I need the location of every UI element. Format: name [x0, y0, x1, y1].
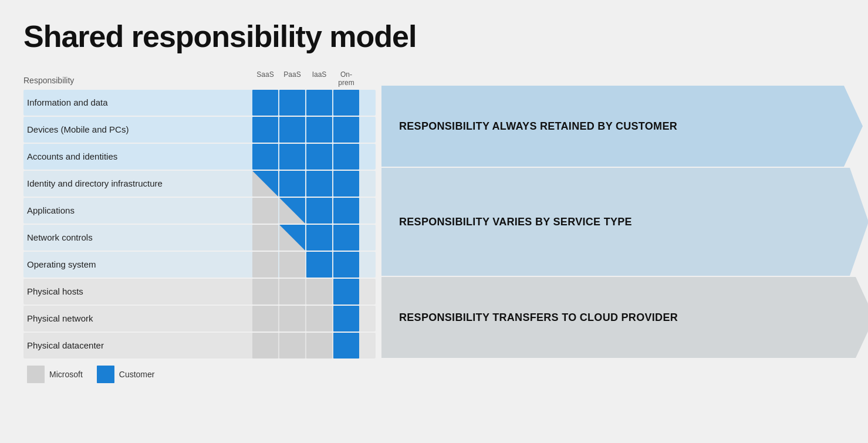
page-title: Shared responsibility model — [23, 19, 845, 54]
cell-iaas — [306, 144, 332, 170]
cell-paas — [279, 144, 305, 170]
row-label-os: Operating system — [23, 259, 252, 269]
cell-onprem — [333, 198, 359, 224]
arrow-varies-text: RESPONSIBILITY VARIES BY SERVICE TYPE — [399, 216, 632, 228]
legend: Microsoft Customer — [23, 366, 376, 383]
row-label-info-data: Information and data — [23, 97, 252, 107]
legend-item-microsoft: Microsoft — [27, 366, 83, 383]
row-label-identity-dir: Identity and directory infrastructure — [23, 178, 252, 188]
table-row: Network controls — [23, 225, 376, 251]
row-cells — [252, 252, 359, 278]
cell-iaas — [306, 252, 332, 278]
row-cells — [252, 117, 359, 143]
cell-saas — [252, 198, 278, 224]
responsibility-header: Responsibility — [23, 76, 252, 87]
row-cells — [252, 333, 359, 359]
cell-iaas — [306, 117, 332, 143]
arrow-transfers-text: RESPONSIBILITY TRANSFERS TO CLOUD PROVID… — [399, 312, 678, 324]
arrow-transfers: RESPONSIBILITY TRANSFERS TO CLOUD PROVID… — [381, 277, 868, 358]
cell-onprem — [333, 333, 359, 359]
cell-iaas — [306, 171, 332, 197]
arrow-always: RESPONSIBILITY ALWAYS RETAINED BY CUSTOM… — [381, 86, 863, 167]
cell-paas — [279, 171, 305, 197]
arrow-varies: RESPONSIBILITY VARIES BY SERVICE TYPE — [381, 168, 868, 276]
row-cells — [252, 279, 359, 305]
cell-saas-diag — [252, 171, 278, 197]
row-label-applications: Applications — [23, 205, 252, 215]
cell-onprem — [333, 144, 359, 170]
rows-wrapper: Information and data Devices (Mobile and… — [23, 90, 376, 359]
legend-item-customer: Customer — [97, 366, 155, 383]
row-label-accounts: Accounts and identities — [23, 151, 252, 161]
cell-saas — [252, 333, 278, 359]
cell-saas — [252, 144, 278, 170]
cell-iaas — [306, 333, 332, 359]
content-area: Responsibility SaaS PaaS IaaS On-prem In… — [23, 70, 845, 383]
cell-paas — [279, 252, 305, 278]
row-cells — [252, 225, 359, 251]
cell-onprem — [333, 279, 359, 305]
legend-box-microsoft — [27, 366, 45, 383]
cell-saas — [252, 306, 278, 332]
row-cells — [252, 306, 359, 332]
cell-iaas — [306, 90, 332, 116]
cell-onprem — [333, 117, 359, 143]
table-row: Devices (Mobile and PCs) — [23, 117, 376, 143]
table-row: Operating system — [23, 252, 376, 278]
cell-onprem — [333, 90, 359, 116]
table-header-row: Responsibility SaaS PaaS IaaS On-prem — [23, 70, 376, 87]
cell-iaas — [306, 225, 332, 251]
table-row: Physical datacenter — [23, 333, 376, 359]
table-row: Accounts and identities — [23, 144, 376, 170]
cell-paas-diag — [279, 198, 305, 224]
cell-iaas — [306, 306, 332, 332]
cell-paas — [279, 279, 305, 305]
cell-onprem — [333, 171, 359, 197]
cell-saas — [252, 279, 278, 305]
row-label-phys-hosts: Physical hosts — [23, 286, 252, 296]
row-label-network: Network controls — [23, 232, 252, 242]
row-cells — [252, 171, 359, 197]
cell-iaas — [306, 279, 332, 305]
cell-paas — [279, 306, 305, 332]
slide: Shared responsibility model Responsibili… — [0, 0, 868, 443]
row-cells — [252, 144, 359, 170]
cell-saas — [252, 252, 278, 278]
table-row: Identity and directory infrastructure — [23, 171, 376, 197]
col-header-saas: SaaS — [252, 70, 278, 87]
cell-paas — [279, 90, 305, 116]
table-section: Responsibility SaaS PaaS IaaS On-prem In… — [23, 70, 376, 383]
cell-onprem — [333, 252, 359, 278]
row-label-phys-network: Physical network — [23, 313, 252, 323]
cell-saas — [252, 225, 278, 251]
cell-paas — [279, 117, 305, 143]
table-row: Information and data — [23, 90, 376, 116]
cell-paas-diag — [279, 225, 305, 251]
legend-label-microsoft: Microsoft — [49, 370, 83, 379]
col-header-paas: PaaS — [279, 70, 305, 87]
column-headers: SaaS PaaS IaaS On-prem — [252, 70, 359, 87]
cell-iaas — [306, 198, 332, 224]
row-label-phys-datacenter: Physical datacenter — [23, 340, 252, 350]
cell-onprem — [333, 225, 359, 251]
row-cells — [252, 90, 359, 116]
row-label-devices: Devices (Mobile and PCs) — [23, 124, 252, 134]
cell-paas — [279, 333, 305, 359]
cell-onprem — [333, 306, 359, 332]
cell-saas — [252, 90, 278, 116]
arrow-always-text: RESPONSIBILITY ALWAYS RETAINED BY CUSTOM… — [399, 120, 677, 133]
legend-box-customer — [97, 366, 114, 383]
col-header-onprem: On-prem — [333, 70, 359, 87]
col-header-iaas: IaaS — [306, 70, 332, 87]
table-row: Physical network — [23, 306, 376, 332]
cell-saas — [252, 117, 278, 143]
row-cells — [252, 198, 359, 224]
legend-label-customer: Customer — [119, 370, 155, 379]
arrows-section: RESPONSIBILITY ALWAYS RETAINED BY CUSTOM… — [381, 86, 868, 358]
table-row: Applications — [23, 198, 376, 224]
table-row: Physical hosts — [23, 279, 376, 305]
